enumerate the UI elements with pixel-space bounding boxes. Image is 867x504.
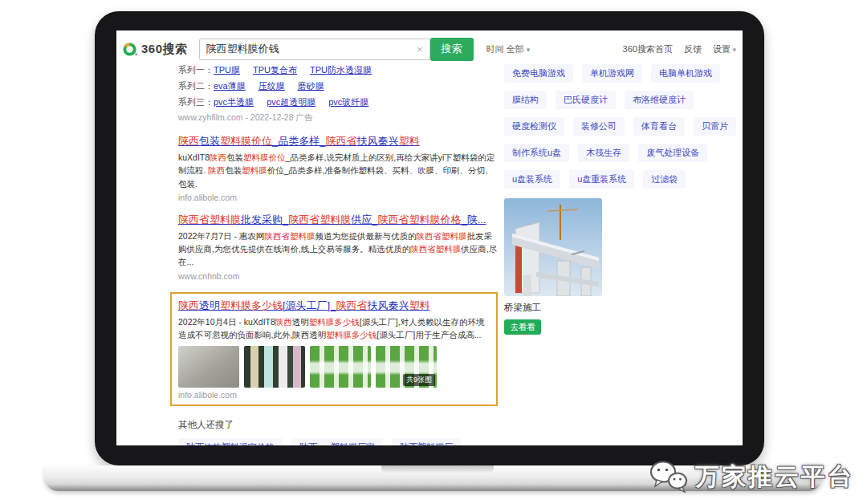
search-topbar: 360搜索 陕西塑料膜价钱 × 搜索 时间 全部 ▾ 360搜索首页反馈设置 ▾ [123, 37, 736, 61]
ad-link[interactable]: pvc半透膜 [214, 97, 254, 107]
ad-link[interactable]: TPU复合布 [253, 65, 297, 75]
ad-series-label: 系列三： [178, 97, 214, 107]
ad-link[interactable]: TPU防水透湿膜 [310, 65, 372, 75]
search-input[interactable]: 陕西塑料膜价钱 [206, 42, 417, 56]
highlighted-text: 陕西省塑料膜价格 [377, 213, 461, 226]
text: 2022年7月7日 - 惠农网 [178, 231, 264, 241]
text: 频道为您提供最新与优质的 [315, 231, 416, 241]
related-search-pill[interactable]: 陕西连栋塑料温室价格 [178, 438, 283, 445]
result-thumbnail[interactable] [310, 346, 371, 388]
go-see-button[interactable]: 去看看 [504, 319, 541, 335]
result-title[interactable]: 陕西透明塑料膜多少钱[源头工厂]_陕西省扶风秦兴塑料 [178, 299, 490, 313]
sidebar-tag-row: 硬度检测仪装修公司体育看台贝雷片 [504, 117, 743, 136]
search-box[interactable]: 陕西塑料膜价钱 × [199, 39, 430, 60]
top-links: 360搜索首页反馈设置 ▾ [623, 43, 736, 55]
highlighted-text: 陕西省 [325, 135, 356, 147]
sidebar-tag-pill[interactable]: 免费电脑游戏 [504, 64, 573, 83]
related-rows: 陕西连栋塑料温室价格陕西pvc塑料膜厂家陕西塑料膜厂陕西塑料管材生产厂家陕西塑料… [178, 438, 498, 445]
sidebar-tag-pill[interactable]: u盘重装系统 [569, 170, 634, 189]
sidebar-column: 免费电脑游戏单机游戏网电脑单机游戏膜结构巴氏硬度计布洛维硬度计硬度检测仪装修公司… [504, 64, 743, 335]
sidebar-tag-pill[interactable]: 体育看台 [633, 117, 685, 136]
related-searches: 其他人还搜了 陕西连栋塑料温室价格陕西pvc塑料膜厂家陕西塑料膜厂陕西塑料管材生… [178, 419, 498, 445]
logo-text: 360搜索 [141, 42, 188, 57]
text: 透明 [292, 317, 309, 327]
result-thumbnails: 共9张图 [178, 346, 490, 388]
top-link[interactable]: 360搜索首页 [623, 43, 673, 55]
sidebar-tag-pill[interactable]: 膜结构 [504, 91, 547, 109]
time-filter[interactable]: 时间 全部 ▾ [486, 43, 531, 55]
related-search-pill[interactable]: 陕西塑料膜厂 [392, 438, 461, 445]
highlighted-text: 陕西省塑料膜 [416, 231, 466, 241]
laptop-bezel: 360搜索 陕西塑料膜价钱 × 搜索 时间 全部 ▾ 360搜索首页反馈设置 ▾… [95, 11, 764, 465]
bridge-construction-image[interactable] [504, 198, 602, 296]
sidebar-tag-row: u盘装系统u盘重装系统过滤袋 [504, 170, 743, 189]
result-title[interactable]: 陕西省塑料膜批发采购_陕西省塑料膜供应_陕西省塑料膜价格_陕... [178, 213, 498, 227]
highlighted-text: 陕西省塑料膜 [410, 244, 461, 254]
highlighted-text: 塑料膜价位 [243, 152, 286, 162]
ad-link[interactable]: 压纹膜 [258, 81, 285, 91]
sidebar-tag-pill[interactable]: 废气处理设备 [638, 144, 707, 162]
ad-meta: www.zyhfilm.com - 2022-12-28 广告 [178, 112, 498, 124]
search-result: 陕西省塑料膜批发采购_陕西省塑料膜供应_陕西省塑料膜价格_陕...2022年7月… [178, 213, 498, 281]
text: 透明 [199, 299, 220, 311]
watermark-brand: 万家推云平台 [695, 461, 854, 494]
result-url: www.cnhnb.com [178, 271, 498, 281]
sidebar-tag-row: 膜结构巴氏硬度计布洛维硬度计 [504, 91, 743, 109]
results-main: 陕西包装塑料膜价位_品类多样_陕西省扶风秦兴塑料kuXdIT8陕西包装塑料膜价位… [178, 134, 498, 406]
sidebar-tag-pill[interactable]: 巴氏硬度计 [556, 91, 616, 109]
sidebar-tag-row: 免费电脑游戏单机游戏网电脑单机游戏 [504, 64, 743, 83]
logo-360-search[interactable]: 360搜索 [123, 42, 188, 57]
sidebar-tag-pill[interactable]: 装修公司 [573, 117, 625, 136]
ad-series-label: 系列二： [178, 81, 214, 91]
chevron-down-icon: ▾ [731, 46, 736, 54]
result-snippet: 2022年10月4日 - kuXdIT8陕西透明塑料膜多少钱[源头工厂],对人类… [178, 315, 490, 342]
ad-link[interactable]: pvc玻纤膜 [328, 97, 368, 107]
ad-link[interactable]: 磨砂膜 [298, 81, 324, 91]
sidebar-tag-pill[interactable]: 过滤袋 [643, 170, 686, 189]
ad-link[interactable]: pvc超透明膜 [267, 97, 315, 107]
watermark: 万家推云平台 [649, 459, 854, 494]
related-search-pill[interactable]: 陕西pvc塑料膜厂家 [291, 438, 383, 445]
result-thumbnail[interactable] [178, 346, 239, 388]
highlighted-text: 塑料 [409, 299, 429, 311]
sidebar-image-card: 桥梁施工 去看看 [504, 198, 602, 335]
chevron-down-icon: ▾ [527, 46, 531, 54]
text: _陕... [461, 213, 486, 226]
sidebar-tags: 免费电脑游戏单机游戏网电脑单机游戏膜结构巴氏硬度计布洛维硬度计硬度检测仪装修公司… [504, 64, 743, 189]
text: 扶风秦兴 [367, 299, 409, 311]
text: kuXdIT8 [178, 152, 210, 162]
sidebar-tag-pill[interactable]: 制作系统u盘 [504, 144, 569, 162]
ad-link[interactable]: eva薄膜 [214, 81, 246, 91]
360-logo-icon [123, 42, 138, 57]
ad-series-row: 系列二：eva薄膜压纹膜磨砂膜 [178, 80, 498, 92]
highlighted-text: 陕西省塑料膜 [264, 231, 315, 241]
highlighted-text: 塑料 [398, 135, 419, 147]
highlighted-text: 陕西省塑料膜 [288, 213, 351, 226]
ad-link[interactable]: TPU膜 [214, 65, 240, 75]
results-column: 系列一：TPU膜TPU复合布TPU防水透湿膜系列二：eva薄膜压纹膜磨砂膜系列三… [178, 64, 498, 445]
text: _品类多样_ [272, 135, 325, 147]
search-result: 陕西透明塑料膜多少钱[源头工厂]_陕西省扶风秦兴塑料2022年10月4日 - k… [170, 292, 498, 407]
clear-icon[interactable]: × [417, 43, 423, 55]
sidebar-tag-pill[interactable]: 电脑单机游戏 [651, 64, 720, 83]
sidebar-tag-pill[interactable]: 布洛维硬度计 [625, 91, 694, 109]
page-background: 360搜索 陕西塑料膜价钱 × 搜索 时间 全部 ▾ 360搜索首页反馈设置 ▾… [0, 0, 867, 504]
top-link[interactable]: 设置 ▾ [713, 43, 736, 55]
sidebar-tag-pill[interactable]: 单机游戏网 [582, 64, 642, 83]
result-title[interactable]: 陕西包装塑料膜价位_品类多样_陕西省扶风秦兴塑料 [178, 134, 498, 148]
sidebar-tag-pill[interactable]: 贝雷片 [694, 117, 736, 136]
ad-series-row: 系列一：TPU膜TPU复合布TPU防水透湿膜 [178, 64, 498, 76]
sidebar-tag-pill[interactable]: 硬度检测仪 [504, 117, 564, 136]
top-link[interactable]: 反馈 [684, 43, 702, 55]
image-caption: 桥梁施工 [504, 302, 602, 314]
related-row: 陕西连栋塑料温室价格陕西pvc塑料膜厂家陕西塑料膜厂 [178, 438, 498, 445]
sidebar-tag-pill[interactable]: u盘装系统 [504, 170, 560, 189]
ad-block: 系列一：TPU膜TPU复合布TPU防水透湿膜系列二：eva薄膜压纹膜磨砂膜系列三… [178, 64, 498, 124]
highlighted-text: 陕西 [275, 317, 292, 327]
search-button[interactable]: 搜索 [430, 38, 474, 61]
result-thumbnail[interactable]: 共9张图 [376, 346, 437, 388]
time-filter-scope: 全部 [507, 44, 524, 54]
sidebar-tag-pill[interactable]: 木筏生存 [578, 144, 629, 162]
result-thumbnail[interactable] [244, 346, 305, 388]
ad-series-label: 系列一： [178, 65, 214, 75]
